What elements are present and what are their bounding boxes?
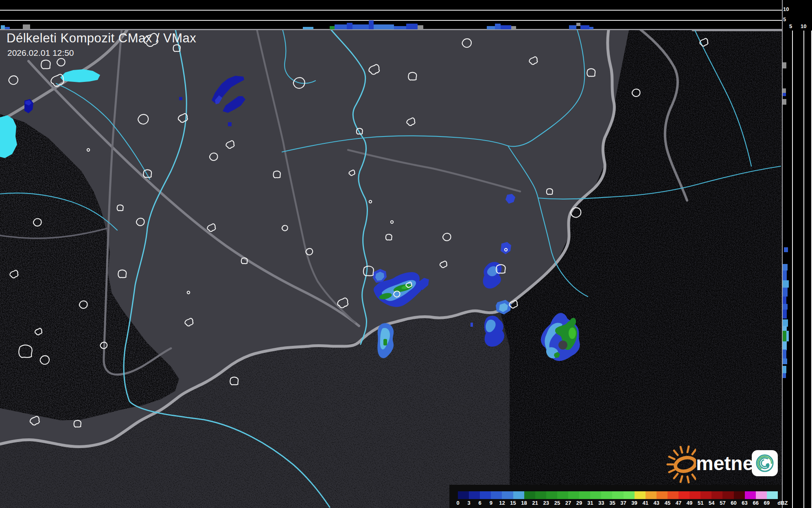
right-profile-scale-label: 5 bbox=[789, 23, 792, 29]
colorbar-tick-label: 29 bbox=[576, 500, 582, 506]
top-profile-echo bbox=[406, 24, 418, 29]
radar-map bbox=[0, 0, 782, 508]
colorbar-segment bbox=[601, 491, 613, 499]
right-profile-echo bbox=[783, 358, 787, 364]
colorbar-segment bbox=[635, 491, 646, 499]
colorbar-unit-label: dBZ bbox=[777, 500, 788, 506]
metnet-app-icon bbox=[751, 450, 778, 477]
colorbar-tick-label: 49 bbox=[687, 500, 692, 506]
top-profile-gridline bbox=[0, 10, 782, 11]
colorbar-segment bbox=[579, 491, 591, 499]
right-profile-echo bbox=[783, 373, 786, 378]
colorbar-tick-label: 57 bbox=[720, 500, 725, 506]
colorbar-segment bbox=[469, 491, 480, 499]
colorbar-tick-label: 18 bbox=[521, 500, 527, 506]
colorbar-segment bbox=[767, 491, 778, 499]
colorbar-segment bbox=[734, 491, 745, 499]
right-profile-echo bbox=[783, 62, 786, 68]
top-profile-echo bbox=[374, 24, 394, 29]
colorbar-tick-label: 12 bbox=[499, 500, 505, 506]
timestamp: 2026.02.01 12:50 bbox=[7, 48, 74, 58]
right-profile-echo bbox=[783, 304, 788, 310]
sun-icon bbox=[663, 445, 696, 484]
top-profile-echo bbox=[352, 24, 370, 29]
colorbar-segment bbox=[689, 491, 701, 499]
colorbar-segment bbox=[568, 491, 580, 499]
colorbar-tick-label: 35 bbox=[609, 500, 615, 506]
colorbar-tick-label: 37 bbox=[620, 500, 626, 506]
colorbar-segment bbox=[458, 491, 469, 499]
top-profile-echo bbox=[495, 24, 501, 29]
colorbar-segment bbox=[646, 491, 657, 499]
right-profile-echo bbox=[783, 270, 787, 280]
colorbar-segment bbox=[480, 491, 491, 499]
colorbar-tick-label: 0 bbox=[456, 500, 459, 506]
colorbar-tick-label: 21 bbox=[532, 500, 538, 506]
colorbar-segment bbox=[745, 491, 756, 499]
colorbar-segment bbox=[700, 491, 712, 499]
colorbar-tick-label: 51 bbox=[698, 500, 703, 506]
colorbar-segment bbox=[722, 491, 734, 499]
top-profile-echo bbox=[369, 20, 374, 29]
top-profile-echo bbox=[394, 26, 406, 29]
colorbar-tick-label: 47 bbox=[676, 500, 681, 506]
top-height-profile-panel bbox=[0, 0, 782, 30]
right-height-profile-panel bbox=[782, 0, 812, 508]
colorbar-tick-label: 3 bbox=[467, 500, 470, 506]
top-profile-echo bbox=[303, 27, 313, 29]
right-profile-scale-label: 10 bbox=[801, 23, 806, 29]
top-profile-echo bbox=[487, 26, 495, 29]
colorbar-tick-label: 69 bbox=[764, 500, 770, 506]
top-profile-echo bbox=[335, 24, 347, 29]
right-profile-echo bbox=[783, 88, 786, 93]
right-profile-echo bbox=[783, 310, 787, 319]
colorbar-tick-label: 45 bbox=[665, 500, 670, 506]
colorbar-tick-label: 25 bbox=[554, 500, 560, 506]
dbz-color-scale: 0369121518212325272931333537394143454749… bbox=[449, 485, 782, 508]
colorbar-segment bbox=[668, 491, 679, 499]
colorbar-segment bbox=[590, 491, 602, 499]
profile-scale-corner: 105510 bbox=[782, 0, 812, 32]
right-profile-echo bbox=[783, 297, 786, 304]
right-profile-echo bbox=[783, 350, 786, 359]
colorbar-tick-label: 60 bbox=[731, 500, 736, 506]
top-profile-echo bbox=[330, 26, 335, 29]
right-profile-echo bbox=[786, 331, 789, 341]
colorbar-tick-label: 43 bbox=[654, 500, 659, 506]
colorbar-tick-label: 6 bbox=[479, 500, 482, 506]
colorbar-segment bbox=[513, 491, 525, 499]
metnet-logo: metnet bbox=[663, 445, 781, 484]
colorbar-tick-label: 15 bbox=[510, 500, 516, 506]
right-profile-echo bbox=[783, 331, 786, 341]
logo-wordmark: metnet bbox=[696, 452, 760, 475]
colorbar-segment bbox=[657, 491, 668, 499]
colorbar-segment bbox=[502, 491, 513, 499]
top-profile-gridline bbox=[0, 20, 782, 21]
top-profile-echo bbox=[5, 27, 10, 29]
colorbar-segment bbox=[491, 491, 502, 499]
page-title: Délkeleti Kompozit CMax / VMax bbox=[7, 31, 196, 46]
colorbar-tick-label: 31 bbox=[587, 500, 593, 506]
colorbar-segment bbox=[535, 491, 547, 499]
right-profile-gridline bbox=[803, 31, 804, 508]
colorbar-segment bbox=[612, 491, 624, 499]
right-profile-echo bbox=[783, 366, 786, 373]
right-profile-echo bbox=[783, 341, 787, 350]
colorbar-tick-label: 23 bbox=[543, 500, 549, 506]
top-profile-echo bbox=[418, 25, 423, 29]
top-profile-echo bbox=[1, 25, 5, 29]
colorbar-tick-label: 33 bbox=[598, 500, 604, 506]
colorbar-tick-label: 41 bbox=[642, 500, 648, 506]
colorbar-tick-label: 27 bbox=[565, 500, 571, 506]
colorbar-segment bbox=[557, 491, 569, 499]
colorbar-segment bbox=[546, 491, 558, 499]
top-profile-echo bbox=[23, 24, 30, 29]
colorbar-tick-label: 9 bbox=[490, 500, 492, 506]
colorbar-tick-label: 63 bbox=[742, 500, 747, 506]
colorbar-segment bbox=[678, 491, 690, 499]
top-profile-scale-label: 10 bbox=[783, 6, 789, 12]
right-profile-echo bbox=[783, 264, 788, 270]
top-profile-echo bbox=[589, 27, 593, 29]
right-profile-echo bbox=[784, 247, 788, 252]
top-profile-echo bbox=[580, 25, 589, 29]
